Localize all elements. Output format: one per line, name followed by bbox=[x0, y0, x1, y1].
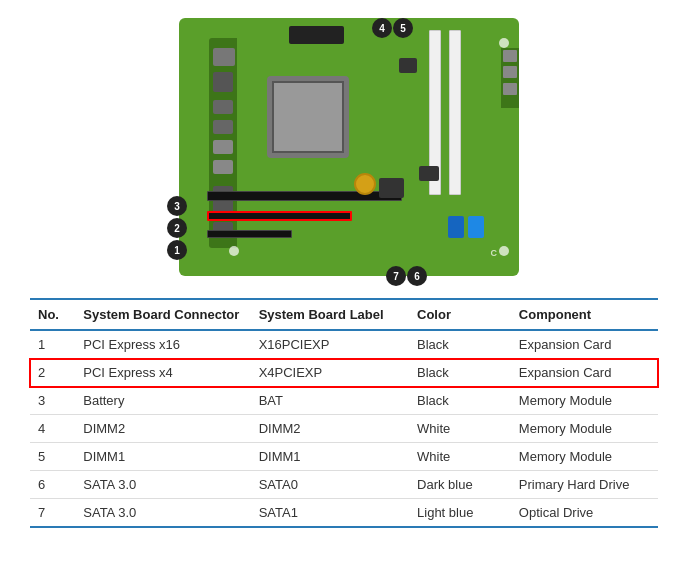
header-component: Component bbox=[511, 299, 658, 330]
cpu-socket bbox=[272, 81, 344, 153]
right-ports bbox=[501, 48, 519, 108]
board-container: C 1 2 3 4 5 6 7 bbox=[149, 18, 539, 288]
callout-4: 4 bbox=[372, 18, 392, 38]
cell-color: Dark blue bbox=[409, 471, 511, 499]
cell-connector: SATA 3.0 bbox=[75, 471, 250, 499]
table-row: 6SATA 3.0SATA0Dark bluePrimary Hard Driv… bbox=[30, 471, 658, 499]
cell-connector: SATA 3.0 bbox=[75, 499, 250, 528]
cell-component: Memory Module bbox=[511, 443, 658, 471]
cell-color: Light blue bbox=[409, 499, 511, 528]
cell-no: 3 bbox=[30, 387, 75, 415]
specs-table: No. System Board Connector System Board … bbox=[30, 298, 658, 528]
callout-5: 5 bbox=[393, 18, 413, 38]
port-6 bbox=[213, 160, 233, 174]
port-2 bbox=[213, 72, 233, 92]
callout-7: 7 bbox=[386, 266, 406, 286]
header-color: Color bbox=[409, 299, 511, 330]
mount-hole-2 bbox=[499, 246, 509, 256]
cell-component: Optical Drive bbox=[511, 499, 658, 528]
cell-label: X4PCIEXP bbox=[251, 359, 409, 387]
callout-2: 2 bbox=[167, 218, 187, 238]
chip-2 bbox=[399, 58, 417, 73]
sata-port-0 bbox=[448, 216, 464, 238]
cell-no: 5 bbox=[30, 443, 75, 471]
cell-component: Primary Hard Drive bbox=[511, 471, 658, 499]
pci-slot-x4 bbox=[207, 211, 352, 221]
chip-1 bbox=[379, 178, 404, 198]
cell-color: White bbox=[409, 443, 511, 471]
cell-no: 1 bbox=[30, 330, 75, 359]
cell-label: X16PCIEXP bbox=[251, 330, 409, 359]
port-5 bbox=[213, 140, 233, 154]
usb-port-3 bbox=[503, 83, 517, 95]
pci-slot-small bbox=[207, 230, 292, 238]
cell-no: 2 bbox=[30, 359, 75, 387]
header-label: System Board Label bbox=[251, 299, 409, 330]
cell-component: Expansion Card bbox=[511, 359, 658, 387]
cell-label: SATA1 bbox=[251, 499, 409, 528]
table-container: No. System Board Connector System Board … bbox=[0, 298, 688, 548]
callout-1: 1 bbox=[167, 240, 187, 260]
cell-no: 7 bbox=[30, 499, 75, 528]
coin-battery bbox=[354, 173, 376, 195]
power-connector bbox=[289, 26, 344, 44]
header-connector: System Board Connector bbox=[75, 299, 250, 330]
cell-color: White bbox=[409, 415, 511, 443]
cell-connector: PCI Express x16 bbox=[75, 330, 250, 359]
cell-label: DIMM2 bbox=[251, 415, 409, 443]
cpu-area bbox=[267, 76, 349, 158]
cell-component: Expansion Card bbox=[511, 330, 658, 359]
table-row: 2PCI Express x4X4PCIEXPBlackExpansion Ca… bbox=[30, 359, 658, 387]
port-3 bbox=[213, 100, 233, 114]
cell-no: 6 bbox=[30, 471, 75, 499]
chip-3 bbox=[419, 166, 439, 181]
cell-no: 4 bbox=[30, 415, 75, 443]
port-1 bbox=[213, 48, 235, 66]
cell-color: Black bbox=[409, 330, 511, 359]
table-header-row: No. System Board Connector System Board … bbox=[30, 299, 658, 330]
diagram-area: C 1 2 3 4 5 6 7 bbox=[0, 0, 688, 298]
mount-hole-3 bbox=[499, 38, 509, 48]
cell-connector: DIMM2 bbox=[75, 415, 250, 443]
pci-slot-x16 bbox=[207, 191, 402, 201]
cell-color: Black bbox=[409, 387, 511, 415]
table-row: 4DIMM2DIMM2WhiteMemory Module bbox=[30, 415, 658, 443]
usb-port-2 bbox=[503, 66, 517, 78]
cell-label: SATA0 bbox=[251, 471, 409, 499]
cell-connector: DIMM1 bbox=[75, 443, 250, 471]
callout-3: 3 bbox=[167, 196, 187, 216]
table-row: 3BatteryBATBlackMemory Module bbox=[30, 387, 658, 415]
cell-connector: Battery bbox=[75, 387, 250, 415]
motherboard: C bbox=[179, 18, 519, 276]
cell-color: Black bbox=[409, 359, 511, 387]
table-row: 7SATA 3.0SATA1Light blueOptical Drive bbox=[30, 499, 658, 528]
ram-slot-dimm1 bbox=[449, 30, 461, 195]
cell-component: Memory Module bbox=[511, 387, 658, 415]
mount-hole-1 bbox=[229, 246, 239, 256]
cell-component: Memory Module bbox=[511, 415, 658, 443]
usb-port-1 bbox=[503, 50, 517, 62]
cell-connector: PCI Express x4 bbox=[75, 359, 250, 387]
table-row: 1PCI Express x16X16PCIEXPBlackExpansion … bbox=[30, 330, 658, 359]
board-marking: C bbox=[491, 248, 498, 258]
header-no: No. bbox=[30, 299, 75, 330]
sata-port-1 bbox=[468, 216, 484, 238]
table-row: 5DIMM1DIMM1WhiteMemory Module bbox=[30, 443, 658, 471]
callout-6: 6 bbox=[407, 266, 427, 286]
port-4 bbox=[213, 120, 233, 134]
cell-label: DIMM1 bbox=[251, 443, 409, 471]
cell-label: BAT bbox=[251, 387, 409, 415]
